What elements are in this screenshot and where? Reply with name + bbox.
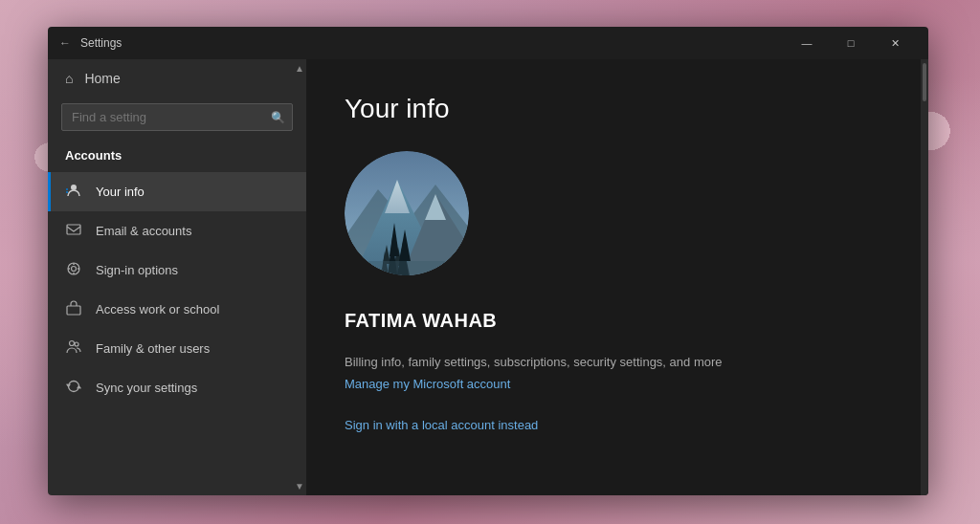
email-accounts-label: Email & accounts — [96, 224, 191, 238]
content-area: ⌂ Home 🔍 Accounts — [48, 59, 928, 495]
close-button[interactable]: ✕ — [873, 27, 917, 59]
scroll-down-arrow[interactable]: ▼ — [293, 481, 306, 491]
user-name: FATIMA WAHAB — [345, 310, 890, 332]
window-controls: — □ ✕ — [785, 27, 917, 59]
svg-point-9 — [78, 268, 79, 270]
svg-point-5 — [72, 267, 77, 272]
local-account-link[interactable]: Sign in with a local account instead — [345, 418, 890, 432]
svg-point-6 — [73, 263, 75, 265]
maximize-button[interactable]: □ — [829, 27, 873, 59]
sign-in-icon — [65, 261, 82, 279]
minimize-button[interactable]: — — [785, 27, 829, 59]
work-icon — [65, 300, 82, 318]
svg-point-12 — [75, 342, 78, 346]
access-work-label: Access work or school — [96, 302, 219, 317]
home-label: Home — [84, 71, 120, 86]
sidebar: ⌂ Home 🔍 Accounts — [48, 59, 306, 495]
sidebar-item-home[interactable]: ⌂ Home — [48, 59, 306, 98]
scrollbar-thumb — [923, 63, 926, 101]
window-title: Settings — [80, 36, 785, 50]
sidebar-item-sync[interactable]: Sync your settings — [48, 368, 306, 407]
svg-rect-29 — [345, 261, 469, 275]
search-container: 🔍 — [61, 103, 293, 131]
svg-rect-3 — [67, 225, 80, 234]
sync-label: Sync your settings — [96, 381, 197, 395]
svg-point-11 — [70, 341, 75, 346]
manage-account-link[interactable]: Manage my Microsoft account — [345, 377, 890, 391]
home-icon: ⌂ — [65, 71, 73, 86]
svg-rect-1 — [66, 188, 68, 190]
sidebar-item-sign-in[interactable]: Sign-in options — [48, 251, 306, 290]
sign-in-label: Sign-in options — [96, 263, 178, 277]
svg-point-0 — [71, 185, 77, 190]
billing-info-text: Billing info, family settings, subscript… — [345, 355, 890, 369]
search-input[interactable] — [61, 103, 293, 131]
settings-window: ← Settings — □ ✕ ⌂ Home 🔍 Accounts — [48, 27, 928, 495]
scroll-arrows: ▲ ▼ — [293, 59, 306, 495]
sidebar-item-email-accounts[interactable]: Email & accounts — [48, 211, 306, 251]
scrollbar[interactable] — [921, 59, 928, 495]
svg-rect-2 — [66, 191, 68, 193]
sidebar-item-access-work[interactable]: Access work or school — [48, 290, 306, 329]
sidebar-item-your-info[interactable]: Your info — [48, 172, 306, 211]
your-info-label: Your info — [96, 185, 145, 199]
sync-icon — [65, 379, 82, 397]
search-icon: 🔍 — [271, 111, 285, 124]
page-title: Your info — [345, 94, 890, 124]
sidebar-item-family[interactable]: Family & other users — [48, 329, 306, 368]
svg-point-8 — [68, 268, 70, 270]
svg-point-7 — [73, 273, 75, 274]
family-label: Family & other users — [96, 341, 210, 356]
titlebar: ← Settings — □ ✕ — [48, 27, 928, 59]
email-icon — [65, 222, 82, 240]
svg-rect-10 — [67, 306, 80, 315]
back-button[interactable]: ← — [59, 36, 71, 50]
your-info-icon — [65, 183, 82, 201]
family-icon — [65, 339, 82, 358]
scroll-up-arrow[interactable]: ▲ — [293, 63, 306, 74]
avatar — [345, 151, 469, 275]
main-content: Your info — [306, 59, 928, 495]
avatar-container — [345, 151, 890, 275]
section-title: Accounts — [48, 142, 306, 172]
